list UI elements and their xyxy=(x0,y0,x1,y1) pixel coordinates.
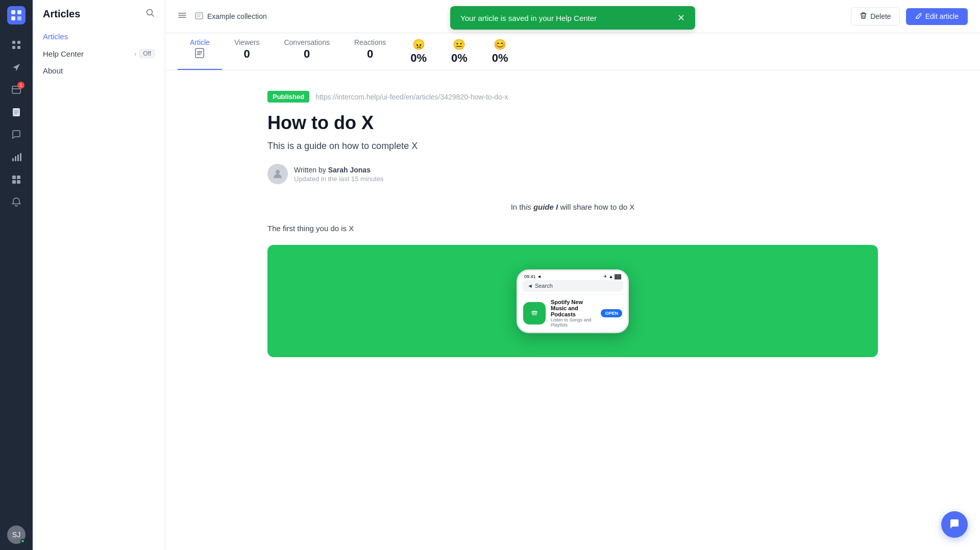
app-logo[interactable] xyxy=(7,6,26,24)
svg-rect-4 xyxy=(12,41,15,44)
send-icon[interactable] xyxy=(6,57,27,78)
breadcrumb: Example collection xyxy=(178,11,267,22)
left-nav-header: Articles xyxy=(33,8,165,28)
article-title: How to do X xyxy=(267,112,878,134)
reports-nav-icon[interactable] xyxy=(6,147,27,167)
delete-button[interactable]: Delete xyxy=(851,7,899,26)
top-bar-actions: Delete Edit article xyxy=(851,7,968,26)
stats-bar: Article Viewers 0 Conversations 0 Reacti… xyxy=(165,33,980,70)
svg-rect-5 xyxy=(17,41,20,44)
article-body-center: In this guide I will share how to do X xyxy=(267,201,878,214)
svg-rect-15 xyxy=(12,180,16,184)
nav-item-about[interactable]: About xyxy=(33,62,165,79)
article-paragraph: The first thing you do is X xyxy=(267,222,878,235)
article-meta: Published https://intercom.help/ui-feed/… xyxy=(267,91,878,103)
article-url[interactable]: https://intercom.help/ui-feed/en/article… xyxy=(315,93,508,101)
svg-rect-18 xyxy=(195,13,203,19)
phone-mockup: 09:41 ◄ ✈ ▲ ▓▓ ◄ Search xyxy=(517,269,629,333)
search-icon[interactable] xyxy=(145,8,155,20)
svg-rect-3 xyxy=(17,16,21,20)
left-nav: Articles Articles Help Center › Off Abou… xyxy=(33,0,165,550)
delete-icon xyxy=(860,12,867,21)
collection-icon xyxy=(195,12,203,21)
emoji-stat-negative: 😠 0% xyxy=(398,33,439,70)
left-nav-title: Articles xyxy=(43,8,80,20)
main-content: Your article is saved in your Help Cente… xyxy=(165,0,980,550)
toast-notification: Your article is saved in your Help Cente… xyxy=(450,6,695,30)
svg-rect-9 xyxy=(12,158,14,161)
toast-close-button[interactable]: ✕ xyxy=(677,12,685,23)
article-image-block: 09:41 ◄ ✈ ▲ ▓▓ ◄ Search xyxy=(267,245,878,357)
notifications-nav-icon[interactable] xyxy=(6,192,27,212)
svg-rect-11 xyxy=(17,155,19,161)
app-open-button[interactable]: OPEN xyxy=(601,309,622,317)
article-subtitle: This is a guide on how to complete X xyxy=(267,141,878,152)
hamburger-icon[interactable] xyxy=(178,11,187,22)
svg-rect-2 xyxy=(11,16,15,20)
icon-sidebar: 1 SJ xyxy=(0,0,33,550)
inbox-icon[interactable]: 1 xyxy=(6,80,27,100)
tab-conversations[interactable]: Conversations 0 xyxy=(272,33,342,70)
online-status-dot xyxy=(20,539,25,543)
emoji-stat-positive: 😊 0% xyxy=(480,33,521,70)
spotify-app-icon xyxy=(523,302,546,324)
svg-rect-6 xyxy=(12,46,15,49)
nav-item-help-center[interactable]: Help Center › Off xyxy=(33,45,165,62)
toast-message: Your article is saved in your Help Cente… xyxy=(460,14,597,22)
svg-rect-1 xyxy=(17,10,21,14)
help-center-toggle[interactable]: Off xyxy=(139,49,155,58)
phone-app-row: Spotify New Music and Podcasts Listen to… xyxy=(518,294,627,332)
svg-point-20 xyxy=(276,170,280,174)
article-tab-icon xyxy=(194,47,205,61)
edit-icon xyxy=(915,12,922,21)
author-name: Written by Sarah Jonas xyxy=(294,166,384,174)
tab-viewers[interactable]: Viewers 0 xyxy=(222,33,272,70)
tab-article[interactable]: Article xyxy=(178,33,222,70)
tab-reactions[interactable]: Reactions 0 xyxy=(342,33,398,70)
author-row: Written by Sarah Jonas Updated in the la… xyxy=(267,164,878,184)
svg-rect-14 xyxy=(17,176,20,179)
inbox-badge: 1 xyxy=(17,82,24,89)
svg-point-17 xyxy=(147,10,153,15)
published-badge: Published xyxy=(267,91,309,103)
phone-search-bar: ◄ Search xyxy=(522,280,623,291)
edit-article-button[interactable]: Edit article xyxy=(906,8,968,25)
svg-rect-0 xyxy=(11,10,15,14)
user-avatar[interactable]: SJ xyxy=(7,526,26,544)
article-body: Published https://intercom.help/ui-feed/… xyxy=(165,70,980,550)
author-updated: Updated in the last 15 minutes xyxy=(294,175,384,183)
emoji-stat-neutral: 😐 0% xyxy=(439,33,480,70)
svg-rect-16 xyxy=(17,180,20,184)
svg-rect-12 xyxy=(20,153,21,161)
svg-rect-10 xyxy=(15,156,16,161)
apps-nav-icon[interactable] xyxy=(6,169,27,190)
phone-app-info: Spotify New Music and Podcasts Listen to… xyxy=(551,299,596,328)
articles-nav-icon[interactable] xyxy=(6,102,27,122)
collection-label: Example collection xyxy=(207,12,267,20)
nav-item-articles[interactable]: Articles xyxy=(33,28,165,45)
author-avatar xyxy=(267,164,288,184)
chat-nav-icon[interactable] xyxy=(6,124,27,145)
svg-rect-7 xyxy=(17,46,20,49)
phone-status-bar: 09:41 ◄ ✈ ▲ ▓▓ xyxy=(518,271,627,280)
chat-fab-button[interactable] xyxy=(941,511,968,538)
svg-rect-13 xyxy=(12,176,16,179)
author-info: Written by Sarah Jonas Updated in the la… xyxy=(294,166,384,183)
dashboard-icon[interactable] xyxy=(6,35,27,55)
